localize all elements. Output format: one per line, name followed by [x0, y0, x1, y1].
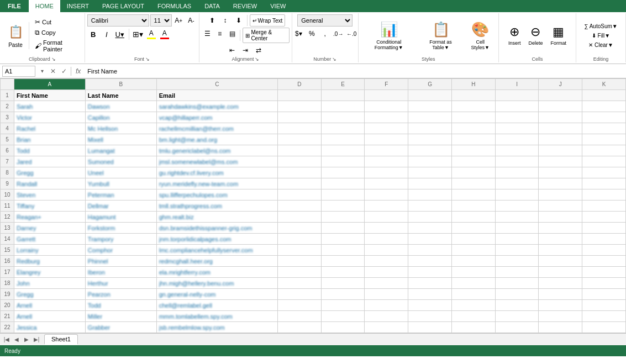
sheet-nav-first[interactable]: |◀	[2, 335, 11, 344]
cell-H17[interactable]	[451, 267, 495, 278]
row-header-12[interactable]: 12	[1, 212, 14, 223]
font-color-button[interactable]: A	[159, 28, 171, 40]
col-header-G[interactable]: G	[408, 79, 452, 90]
cell-C12[interactable]: ghm.realt.biz	[156, 212, 277, 223]
cell-E10[interactable]	[321, 189, 365, 201]
cell-F18[interactable]	[365, 278, 408, 289]
cell-G3[interactable]	[408, 112, 452, 123]
cell-K19[interactable]	[582, 289, 626, 300]
cell-K9[interactable]	[582, 178, 626, 189]
cell-A2[interactable]: Sarah	[14, 101, 86, 112]
tab-view[interactable]: VIEW	[264, 0, 292, 12]
cell-J17[interactable]	[539, 267, 582, 278]
cell-I14[interactable]	[495, 234, 539, 245]
number-expand-icon[interactable]: ↘	[332, 56, 336, 62]
cell-H19[interactable]	[451, 289, 495, 300]
cell-F8[interactable]	[365, 167, 408, 178]
cell-K15[interactable]	[582, 245, 626, 256]
cell-K20[interactable]	[582, 300, 626, 311]
cell-B4[interactable]: Mc Hellson	[85, 123, 156, 134]
cell-A11[interactable]: Tiffany	[14, 201, 86, 212]
align-top-button[interactable]: ⬆	[206, 14, 218, 27]
cell-J22[interactable]	[539, 322, 582, 333]
cell-J2[interactable]	[539, 101, 582, 112]
cell-I10[interactable]	[495, 189, 539, 201]
cell-F21[interactable]	[365, 311, 408, 322]
sheet-tab-sheet1[interactable]: Sheet1	[44, 334, 78, 345]
cell-E19[interactable]	[321, 289, 365, 300]
delete-button[interactable]: ⊖ Delete	[525, 23, 545, 48]
align-center-button[interactable]: ≡	[214, 28, 225, 40]
increase-decimal-button[interactable]: .0→	[332, 28, 344, 40]
underline-button[interactable]: U▾	[114, 28, 126, 40]
cell-B13[interactable]: Forkstorm	[85, 223, 156, 234]
cell-A10[interactable]: Steven	[14, 189, 86, 201]
cell-F10[interactable]	[365, 189, 408, 201]
cell-H9[interactable]	[451, 178, 495, 189]
cell-B15[interactable]: Comphor	[85, 245, 156, 256]
cell-I19[interactable]	[495, 289, 539, 300]
cell-H16[interactable]	[451, 256, 495, 267]
cell-H8[interactable]	[451, 167, 495, 178]
cell-B6[interactable]: Lumangat	[85, 145, 156, 156]
cell-C7[interactable]: jmsl.somenewlabel@ms.com	[156, 156, 277, 167]
cell-E18[interactable]	[321, 278, 365, 289]
cell-H18[interactable]	[451, 278, 495, 289]
cell-D11[interactable]	[277, 201, 321, 212]
cell-J21[interactable]	[539, 311, 582, 322]
cell-D1[interactable]	[277, 90, 321, 101]
cell-F13[interactable]	[365, 223, 408, 234]
cell-H7[interactable]	[451, 156, 495, 167]
cell-B14[interactable]: Trampory	[85, 234, 156, 245]
row-header-18[interactable]: 18	[1, 278, 14, 289]
cell-C15[interactable]: lmc.compliancehelpfullyserver.com	[156, 245, 277, 256]
cell-I4[interactable]	[495, 123, 539, 134]
row-header-2[interactable]: 2	[1, 101, 14, 112]
italic-button[interactable]: I	[101, 28, 113, 40]
text-direction-button[interactable]: ⇄	[252, 44, 265, 56]
cell-B17[interactable]: Iberon	[85, 267, 156, 278]
cell-A12[interactable]: Reagan+	[14, 212, 86, 223]
increase-indent-button[interactable]: ⇥	[239, 44, 251, 56]
currency-button[interactable]: $▾	[292, 28, 304, 40]
cell-H12[interactable]	[451, 212, 495, 223]
cell-D7[interactable]	[277, 156, 321, 167]
cell-F7[interactable]	[365, 156, 408, 167]
cell-F22[interactable]	[365, 322, 408, 333]
cell-E6[interactable]	[321, 145, 365, 156]
cell-G16[interactable]	[408, 256, 452, 267]
wrap-text-button[interactable]: ↵ Wrap Text	[250, 14, 286, 27]
cell-J15[interactable]	[539, 245, 582, 256]
col-header-B[interactable]: B	[85, 79, 156, 90]
cell-H14[interactable]	[451, 234, 495, 245]
cell-I17[interactable]	[495, 267, 539, 278]
cell-G22[interactable]	[408, 322, 452, 333]
cell-C6[interactable]: tmlu.genericlabel@ns.com	[156, 145, 277, 156]
cell-I1[interactable]	[495, 90, 539, 101]
row-header-13[interactable]: 13	[1, 223, 14, 234]
cell-K2[interactable]	[582, 101, 626, 112]
cell-I13[interactable]	[495, 223, 539, 234]
cell-D17[interactable]	[277, 267, 321, 278]
cell-A19[interactable]: Gregg	[14, 289, 86, 300]
cell-F5[interactable]	[365, 134, 408, 145]
cell-G13[interactable]	[408, 223, 452, 234]
cell-B1[interactable]: Last Name	[85, 90, 156, 101]
cell-E20[interactable]	[321, 300, 365, 311]
copy-button[interactable]: ⧉ Copy	[33, 28, 80, 38]
cell-A3[interactable]: Victor	[14, 112, 86, 123]
cell-I16[interactable]	[495, 256, 539, 267]
cell-G12[interactable]	[408, 212, 452, 223]
cell-G15[interactable]	[408, 245, 452, 256]
align-bottom-button[interactable]: ⬇	[233, 14, 245, 27]
cell-C10[interactable]: spu.llifferpechulopes.com	[156, 189, 277, 201]
formula-expand-button[interactable]: ▾	[38, 67, 46, 76]
cell-C16[interactable]: redmcghall.heer.org	[156, 256, 277, 267]
row-header-20[interactable]: 20	[1, 300, 14, 311]
cell-J5[interactable]	[539, 134, 582, 145]
cell-B12[interactable]: Hagamunt	[85, 212, 156, 223]
cell-D5[interactable]	[277, 134, 321, 145]
cell-B16[interactable]: Phinnel	[85, 256, 156, 267]
cell-A18[interactable]: John	[14, 278, 86, 289]
row-header-5[interactable]: 5	[1, 134, 14, 145]
